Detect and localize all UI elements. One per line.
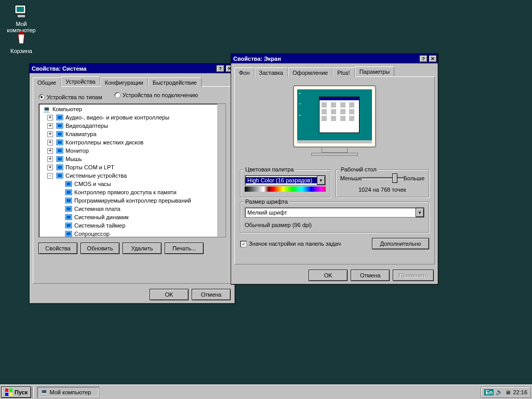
tree-label: Системные устройства <box>65 172 127 179</box>
svg-rect-24 <box>66 199 71 202</box>
close-button[interactable]: ✕ <box>429 55 437 62</box>
svg-rect-1 <box>17 7 24 12</box>
svg-rect-38 <box>9 393 12 396</box>
tree-label: Порты COM и LPT <box>65 164 114 170</box>
tree-node[interactable]: +Аудио-, видео- и игровые контроллеры <box>40 113 224 122</box>
scrollbar[interactable] <box>217 104 225 237</box>
desktop-area-group: Рабочий стол Меньше Больше 1024 на 768 т… <box>336 169 429 197</box>
expand-icon[interactable]: + <box>47 115 53 121</box>
tree-node[interactable]: +Клавиатура <box>40 130 224 138</box>
keyboard-icon <box>56 130 64 138</box>
tree-node[interactable]: +Порты COM и LPT <box>40 163 224 171</box>
my-computer-desktop-icon[interactable]: Мой компьютер <box>3 3 39 33</box>
chip-icon <box>64 197 73 204</box>
tree-label: Мышь <box>65 156 82 162</box>
cancel-button[interactable]: Отмена <box>192 289 231 300</box>
color-palette-group: Цветовая палитра High Color (16 разрядов… <box>240 169 330 197</box>
tree-node[interactable]: +Видеоадаптеры <box>40 122 224 130</box>
expand-icon[interactable]: + <box>47 165 53 170</box>
radio-by-conn[interactable]: Устройства по подключению <box>114 92 198 98</box>
tab-configs[interactable]: Конфигурации <box>100 77 148 87</box>
titlebar[interactable]: Свойства: Экран ? ✕ <box>231 54 438 63</box>
tab-general[interactable]: Общие <box>33 77 61 87</box>
help-button[interactable]: ? <box>216 65 224 72</box>
tab-screensaver[interactable]: Заставка <box>255 68 288 77</box>
device-tree[interactable]: 💻 Компьютер +Аудио-, видео- и игровые ко… <box>38 103 226 237</box>
tab-devices[interactable]: Устройства <box>61 76 100 86</box>
svg-rect-30 <box>66 224 71 227</box>
window-title: Свойства: Экран <box>232 56 418 62</box>
windows-logo-icon <box>5 388 13 396</box>
tab-settings[interactable]: Параметры <box>355 66 395 76</box>
clock[interactable]: 22:16 <box>513 389 527 395</box>
multimedia-icon <box>56 114 64 121</box>
slider-less-label: Меньше <box>340 175 362 181</box>
window-title: Свойства: Система <box>31 65 215 72</box>
tree-node[interactable]: -Системные устройства <box>40 171 224 180</box>
delete-button[interactable]: Удалить <box>123 243 162 254</box>
svg-rect-14 <box>58 157 62 161</box>
tray-icon-checkbox[interactable]: ✓ Значок настройки на панель задач <box>240 241 367 247</box>
tree-leaf[interactable]: Программируемый контроллер прерываний <box>40 196 224 205</box>
tree-leaf[interactable]: Контроллер прямого доступа к памяти <box>40 188 224 196</box>
font-size-dropdown[interactable]: Мелкий шрифт ▼ <box>245 207 424 218</box>
svg-rect-20 <box>66 182 71 185</box>
cancel-button[interactable]: Отмена <box>351 270 390 281</box>
expand-icon[interactable]: + <box>47 156 53 162</box>
tree-root[interactable]: 💻 Компьютер <box>40 105 224 113</box>
tree-node[interactable]: +Контроллеры жестких дисков <box>40 138 224 147</box>
font-size-group: Размер шрифта Мелкий шрифт ▼ Обычный раз… <box>240 202 429 233</box>
advanced-button[interactable]: Дополнительно <box>372 238 429 249</box>
tab-plus[interactable]: Plus! <box>332 68 354 77</box>
volume-icon[interactable]: 🔊 <box>496 389 503 395</box>
lang-indicator[interactable]: En <box>484 389 494 395</box>
tree-leaf[interactable]: Системный таймер <box>40 221 224 230</box>
tree-node[interactable]: +Монитор <box>40 147 224 155</box>
ok-button[interactable]: OK <box>309 270 348 281</box>
tree-node[interactable]: +Мышь <box>40 155 224 163</box>
radio-by-type[interactable]: Устройства по типам <box>38 94 102 100</box>
svg-rect-35 <box>5 389 8 392</box>
taskbar-task[interactable]: 💻 Мой компьютер <box>37 387 99 398</box>
ok-button[interactable]: OK <box>150 289 189 300</box>
monitor-icon <box>56 147 64 154</box>
tab-appearance[interactable]: Оформление <box>288 68 332 77</box>
group-legend: Цветовая палитра <box>244 166 295 172</box>
recycle-bin-desktop-icon[interactable]: Корзина <box>3 30 39 54</box>
expand-icon[interactable]: + <box>47 123 53 129</box>
svg-rect-26 <box>66 207 71 210</box>
tree-leaf[interactable]: Сопроцессор <box>40 230 224 237</box>
display-tray-icon[interactable]: 🖥 <box>505 389 511 395</box>
print-button[interactable]: Печать... <box>165 243 204 254</box>
tree-leaf[interactable]: Системный динамик <box>40 213 224 221</box>
taskbar: Пуск 💻 Мой компьютер En 🔊 🖥 22:16 <box>0 384 532 399</box>
ports-icon <box>56 164 64 171</box>
expand-icon[interactable]: + <box>47 148 53 154</box>
tree-label: Программируемый контроллер прерываний <box>74 197 191 204</box>
help-button[interactable]: ? <box>419 55 428 62</box>
check-icon: ✓ <box>240 241 247 247</box>
tree-leaf[interactable]: CMOS и часы <box>40 180 224 188</box>
titlebar[interactable]: Свойства: Система ? ✕ <box>30 64 235 73</box>
tree-label: CMOS и часы <box>74 181 111 187</box>
properties-button[interactable]: Свойства <box>38 243 77 254</box>
expand-icon[interactable]: + <box>47 140 53 145</box>
tree-leaf[interactable]: Системная плата <box>40 205 224 213</box>
radio-icon <box>38 94 45 100</box>
expand-icon[interactable]: + <box>47 131 53 137</box>
tab-perf[interactable]: Быстродействие <box>148 77 202 87</box>
resolution-slider[interactable] <box>362 177 404 179</box>
tab-background[interactable]: Фон <box>234 68 255 77</box>
apply-button[interactable]: Применить <box>393 270 434 281</box>
refresh-button[interactable]: Обновить <box>81 243 119 254</box>
tree-label: Аудио-, видео- и игровые контроллеры <box>65 114 169 121</box>
group-legend: Рабочий стол <box>339 166 378 172</box>
tree-label: Контроллер прямого доступа к памяти <box>74 189 177 195</box>
dropdown-value: Мелкий шрифт <box>245 209 416 216</box>
color-depth-dropdown[interactable]: High Color (16 разрядов) ▼ <box>245 175 326 185</box>
tree-label: Системная плата <box>74 206 121 212</box>
expand-icon[interactable]: - <box>47 173 53 179</box>
radio-icon <box>114 92 121 98</box>
start-button[interactable]: Пуск <box>1 387 31 398</box>
icon-label: Корзина <box>3 48 39 54</box>
